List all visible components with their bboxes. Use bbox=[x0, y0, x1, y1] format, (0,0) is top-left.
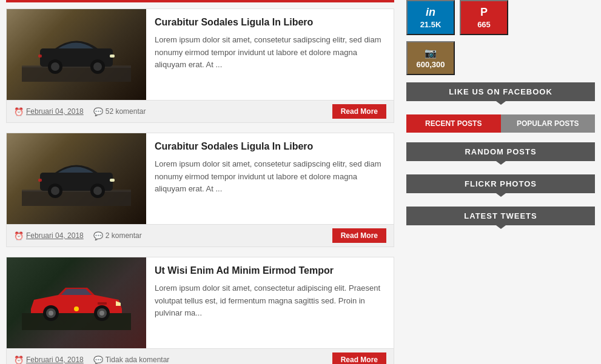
post-meta-2: ⏰ Februari 04, 2018 💬 2 komentar bbox=[14, 231, 332, 240]
post-comments-1: 52 komentar bbox=[106, 107, 146, 116]
latest-tweets-label: LATEST TWEETS bbox=[464, 211, 537, 220]
like-facebook-label: LIKE US ON FACEBOOK bbox=[449, 87, 552, 96]
svg-rect-28 bbox=[98, 302, 107, 305]
svg-point-15 bbox=[51, 187, 59, 195]
comment-icon-2: 💬 bbox=[93, 231, 103, 240]
car-illustration-2 bbox=[22, 151, 131, 206]
pinterest-icon: P bbox=[480, 6, 488, 19]
random-posts-header[interactable]: RANDOM POSTS bbox=[406, 142, 595, 161]
post-comments-item-3: 💬 Tidak ada komentar bbox=[93, 356, 170, 365]
instagram-count: 600,300 bbox=[417, 60, 445, 69]
svg-rect-21 bbox=[22, 313, 131, 330]
post-thumbnail-3 bbox=[7, 257, 146, 348]
clock-icon-2: ⏰ bbox=[14, 231, 24, 240]
latest-tweets-section: LATEST TWEETS bbox=[406, 207, 595, 225]
svg-point-24 bbox=[49, 311, 53, 316]
post-comments-item-1: 💬 52 komentar bbox=[93, 107, 146, 116]
read-more-btn-3[interactable]: Read More bbox=[332, 352, 386, 364]
social-row-1: in 21.5K P 665 bbox=[406, 0, 595, 35]
instagram-icon: 📷 bbox=[425, 47, 437, 59]
car-illustration-3 bbox=[22, 276, 131, 330]
post-body-1: Curabitur Sodales Ligula In Libero Lorem… bbox=[146, 9, 394, 100]
like-facebook-header[interactable]: LIKE US ON FACEBOOK bbox=[406, 82, 595, 101]
post-date-item-3: ⏰ Februari 04, 2018 bbox=[14, 356, 84, 365]
clock-icon-1: ⏰ bbox=[14, 107, 24, 116]
pinterest-button[interactable]: P 665 bbox=[460, 0, 508, 35]
main-content: Curabitur Sodales Ligula In Libero Lorem… bbox=[0, 0, 400, 364]
post-comments-2: 2 komentar bbox=[106, 231, 142, 240]
post-date-2: Februari 04, 2018 bbox=[26, 231, 84, 240]
instagram-button[interactable]: 📷 600,300 bbox=[406, 41, 455, 75]
post-excerpt-2: Lorem ipsum dolor sit amet, consetetur s… bbox=[155, 158, 385, 196]
post-image-2 bbox=[7, 133, 146, 224]
post-card-3: Ut Wisi Enim Ad Minim Eirmod Tempor Lore… bbox=[6, 257, 394, 364]
svg-rect-8 bbox=[110, 55, 115, 58]
flickr-photos-section: FLICKR PHOTOS bbox=[406, 174, 595, 193]
social-row-2: 📷 600,300 bbox=[406, 41, 595, 75]
post-card-2: Curabitur Sodales Ligula In Libero Lorem… bbox=[6, 133, 394, 247]
posts-tabs: RECENT POSTS POPULAR POSTS bbox=[406, 114, 595, 133]
post-footer-2: ⏰ Februari 04, 2018 💬 2 komentar Read Mo… bbox=[7, 224, 394, 247]
svg-rect-9 bbox=[38, 55, 42, 58]
post-body-2: Curabitur Sodales Ligula In Libero Lorem… bbox=[146, 133, 394, 224]
post-excerpt-3: Lorem ipsum dolor sit amet, consectetur … bbox=[155, 282, 385, 320]
post-comments-3: Tidak ada komentar bbox=[106, 356, 170, 364]
post-date-item-1: ⏰ Februari 04, 2018 bbox=[14, 107, 84, 116]
read-more-btn-2[interactable]: Read More bbox=[332, 228, 386, 243]
post-thumbnail-2 bbox=[7, 133, 146, 224]
post-date-item-2: ⏰ Februari 04, 2018 bbox=[14, 231, 84, 240]
linkedin-button[interactable]: in 21.5K bbox=[406, 0, 455, 35]
linkedin-icon: in bbox=[426, 6, 435, 19]
flickr-photos-label: FLICKR PHOTOS bbox=[465, 179, 537, 188]
svg-rect-19 bbox=[38, 179, 42, 182]
post-body-3: Ut Wisi Enim Ad Minim Eirmod Tempor Lore… bbox=[146, 257, 394, 348]
svg-rect-1 bbox=[22, 67, 131, 82]
flickr-photos-header[interactable]: FLICKR PHOTOS bbox=[406, 174, 595, 193]
latest-tweets-header[interactable]: LATEST TWEETS bbox=[406, 207, 595, 225]
pinterest-count: 665 bbox=[477, 20, 491, 29]
like-facebook-section: LIKE US ON FACEBOOK bbox=[406, 82, 595, 101]
post-image-1 bbox=[7, 9, 146, 100]
post-meta-1: ⏰ Februari 04, 2018 💬 52 komentar bbox=[14, 107, 332, 116]
comment-icon-3: 💬 bbox=[93, 356, 103, 365]
post-card-1: Curabitur Sodales Ligula In Libero Lorem… bbox=[6, 8, 394, 123]
top-bar bbox=[6, 0, 394, 2]
post-date-1: Februari 04, 2018 bbox=[26, 107, 84, 116]
post-comments-item-2: 💬 2 komentar bbox=[93, 231, 142, 240]
random-posts-label: RANDOM POSTS bbox=[465, 147, 536, 156]
tab-popular-posts[interactable]: POPULAR POSTS bbox=[501, 114, 596, 133]
car-illustration-1 bbox=[22, 27, 131, 82]
post-title-3: Ut Wisi Enim Ad Minim Eirmod Tempor bbox=[155, 265, 385, 277]
post-meta-3: ⏰ Februari 04, 2018 💬 Tidak ada komentar bbox=[14, 356, 332, 365]
post-title-2: Curabitur Sodales Ligula In Libero bbox=[155, 141, 385, 153]
svg-rect-11 bbox=[22, 191, 131, 206]
sidebar: in 21.5K P 665 📷 600,300 LIKE US ON FACE… bbox=[400, 0, 601, 364]
svg-point-7 bbox=[93, 62, 102, 71]
svg-point-29 bbox=[74, 306, 79, 311]
svg-rect-18 bbox=[110, 179, 115, 182]
svg-point-27 bbox=[99, 311, 104, 316]
post-excerpt-1: Lorem ipsum dolor sit amet, consetetur s… bbox=[155, 34, 385, 71]
post-title-1: Curabitur Sodales Ligula In Libero bbox=[155, 16, 385, 29]
read-more-btn-1[interactable]: Read More bbox=[332, 104, 386, 119]
tab-recent-posts[interactable]: RECENT POSTS bbox=[406, 114, 501, 133]
random-posts-section: RANDOM POSTS bbox=[406, 142, 595, 161]
svg-point-17 bbox=[93, 187, 102, 195]
post-image-3 bbox=[7, 257, 146, 348]
post-footer-3: ⏰ Februari 04, 2018 💬 Tidak ada komentar… bbox=[7, 348, 394, 364]
svg-point-5 bbox=[51, 62, 59, 71]
clock-icon-3: ⏰ bbox=[14, 356, 24, 365]
post-footer-1: ⏰ Februari 04, 2018 💬 52 komentar Read M… bbox=[7, 100, 394, 122]
comment-icon-1: 💬 bbox=[93, 107, 103, 116]
post-date-3: Februari 04, 2018 bbox=[26, 356, 84, 364]
post-thumbnail-1 bbox=[7, 9, 146, 100]
linkedin-count: 21.5K bbox=[420, 20, 442, 29]
